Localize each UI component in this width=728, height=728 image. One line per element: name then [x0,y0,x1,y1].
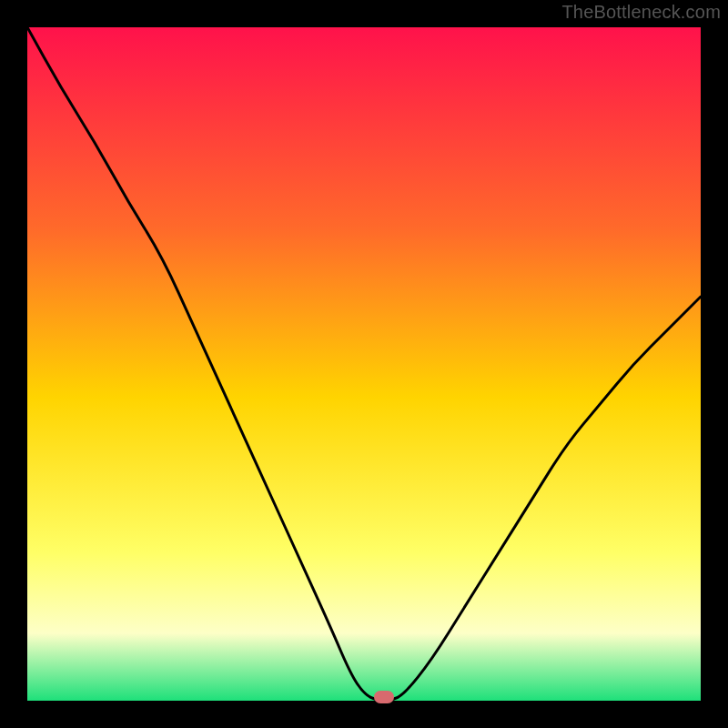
watermark-text: TheBottleneck.com [561,2,721,23]
bottleneck-chart [27,27,701,701]
chart-frame: TheBottleneck.com [0,0,728,728]
gradient-background [27,27,701,701]
optimal-point-marker [374,691,394,703]
